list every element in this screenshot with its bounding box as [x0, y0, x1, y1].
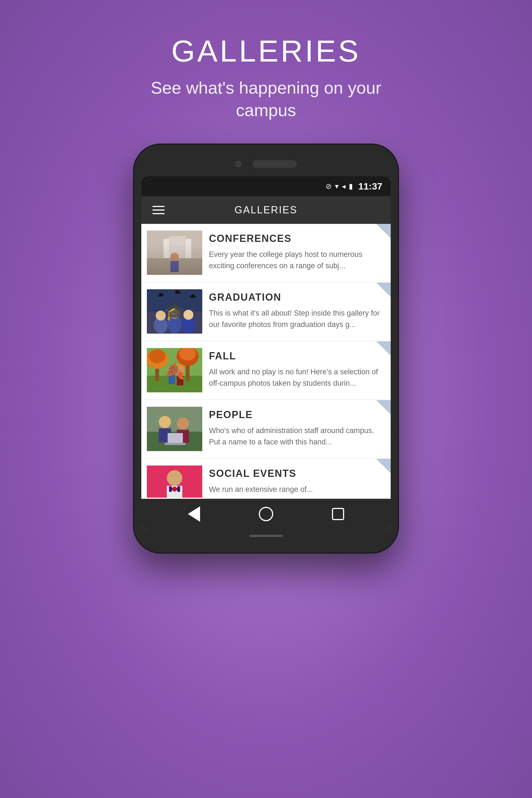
svg-rect-38 — [168, 433, 183, 443]
corner-flag — [376, 459, 391, 473]
list-item[interactable]: SOCIAL EVENTS We run an extensive range … — [141, 459, 391, 498]
social-events-title: SOCIAL EVENTS — [209, 468, 384, 479]
svg-rect-44 — [169, 486, 172, 492]
svg-rect-3 — [169, 236, 186, 258]
no-sim-icon: ⊘ — [326, 182, 332, 191]
people-description: Who's who of administration staff around… — [209, 425, 384, 448]
svg-point-36 — [177, 417, 189, 430]
hamburger-line-2 — [152, 209, 165, 211]
phone-speaker — [252, 160, 297, 168]
svg-point-24 — [149, 349, 166, 363]
back-icon — [188, 506, 200, 522]
people-thumbnail — [147, 407, 202, 451]
svg-point-28 — [168, 366, 176, 374]
page-subtitle: See what's happening on your campus — [141, 77, 391, 121]
phone-bottom-bar — [141, 529, 391, 543]
fall-thumbnail — [147, 348, 202, 392]
home-icon — [259, 507, 273, 521]
svg-point-18 — [170, 309, 179, 319]
svg-rect-29 — [169, 374, 175, 384]
status-bar: ⊘ ▾ ◂ ▮ 11:37 — [141, 176, 391, 196]
svg-rect-1 — [147, 258, 202, 275]
corner-flag — [376, 224, 391, 238]
fall-description: All work and no play is no fun! Here's a… — [209, 366, 384, 389]
conferences-thumbnail — [147, 230, 202, 275]
gallery-list: CONFERENCES Every year the college plays… — [141, 224, 391, 498]
page-header: GALLERIES See what's happening on your c… — [141, 33, 391, 121]
corner-flag — [376, 341, 391, 356]
svg-point-19 — [184, 310, 193, 320]
graduation-thumbnail — [147, 289, 202, 334]
phone-screen: ⊘ ▾ ◂ ▮ 11:37 GALLERIES — [141, 176, 391, 529]
conferences-content: CONFERENCES Every year the college plays… — [209, 230, 384, 271]
svg-rect-31 — [177, 376, 184, 385]
svg-point-15 — [168, 314, 182, 334]
home-indicator — [249, 535, 283, 537]
svg-point-17 — [156, 310, 166, 321]
recent-apps-button[interactable] — [330, 506, 346, 522]
phone-camera — [235, 161, 241, 167]
people-title: PEOPLE — [209, 409, 384, 421]
app-bar: GALLERIES — [141, 196, 391, 224]
graduation-title: GRADUATION — [209, 291, 384, 303]
corner-flag — [376, 283, 391, 297]
conferences-description: Every year the college plays host to num… — [209, 249, 384, 271]
fall-title: FALL — [209, 350, 384, 362]
conferences-title: CONFERENCES — [209, 233, 384, 244]
home-button[interactable] — [258, 506, 274, 522]
social-events-thumbnail — [147, 466, 202, 498]
graduation-description: This is what it's all about! Step inside… — [209, 307, 384, 330]
svg-point-5 — [170, 253, 179, 261]
svg-rect-4 — [170, 261, 179, 272]
list-item[interactable]: PEOPLE Who's who of administration staff… — [141, 400, 391, 458]
hamburger-line-3 — [152, 213, 165, 214]
status-icons: ⊘ ▾ ◂ ▮ 11:37 — [326, 181, 382, 192]
phone-top-bar — [141, 155, 391, 176]
phone-bottom-nav — [141, 499, 391, 529]
svg-point-30 — [176, 368, 184, 376]
list-item[interactable]: FALL All work and no play is no fun! Her… — [141, 341, 391, 399]
hamburger-menu-button[interactable] — [152, 206, 165, 214]
people-content: PEOPLE Who's who of administration staff… — [209, 407, 384, 448]
wifi-icon: ▾ — [335, 182, 339, 191]
svg-rect-39 — [165, 443, 186, 445]
status-time: 11:37 — [358, 181, 382, 192]
svg-point-41 — [167, 470, 182, 486]
battery-icon: ▮ — [349, 182, 353, 191]
svg-rect-45 — [177, 486, 180, 492]
svg-point-34 — [159, 416, 171, 428]
social-events-description: We run an extensive range of... — [209, 484, 384, 495]
list-item[interactable]: GRADUATION This is what it's all about! … — [141, 283, 391, 340]
page-title: GALLERIES — [141, 33, 391, 69]
recent-apps-icon — [332, 508, 344, 520]
svg-rect-11 — [176, 290, 179, 294]
signal-icon: ◂ — [342, 182, 345, 191]
social-events-content: SOCIAL EVENTS We run an extensive range … — [209, 466, 384, 495]
hamburger-line-1 — [152, 206, 165, 207]
corner-flag — [376, 400, 391, 415]
back-button[interactable] — [186, 506, 202, 522]
list-item[interactable]: CONFERENCES Every year the college plays… — [141, 224, 391, 282]
app-bar-title: GALLERIES — [176, 204, 356, 216]
phone-frame: ⊘ ▾ ◂ ▮ 11:37 GALLERIES — [133, 144, 399, 554]
fall-content: FALL All work and no play is no fun! Her… — [209, 348, 384, 389]
graduation-content: GRADUATION This is what it's all about! … — [209, 289, 384, 330]
svg-rect-13 — [191, 294, 194, 298]
